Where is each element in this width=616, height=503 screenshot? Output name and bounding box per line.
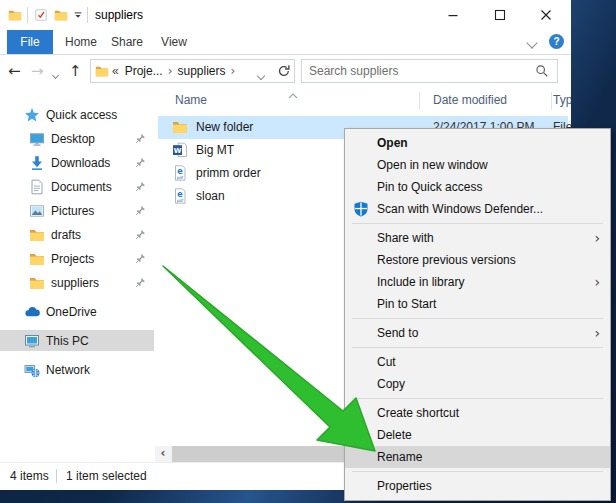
menu-item-label: Open: [377, 136, 408, 150]
maximize-button[interactable]: [486, 0, 514, 30]
defender-icon: [353, 201, 369, 217]
qat-properties-icon[interactable]: [34, 8, 48, 22]
tab-view[interactable]: View: [152, 30, 196, 54]
menu-item-copy[interactable]: Copy: [345, 373, 610, 395]
app-folder-icon: [8, 8, 22, 22]
search-icon[interactable]: [535, 64, 549, 78]
menu-item-label: Cut: [377, 355, 396, 369]
window-title: suppliers: [95, 0, 143, 30]
file-name: primm order: [196, 162, 261, 185]
column-header-date-modified[interactable]: Date modified: [433, 90, 507, 110]
back-button[interactable]: ←: [8, 62, 21, 80]
menu-item-label: Rename: [377, 450, 422, 464]
pictures-icon: [29, 203, 45, 219]
menu-item-label: Delete: [377, 428, 412, 442]
menu-item-share-with[interactable]: Share with›: [345, 227, 610, 249]
menu-item-label: Include in library: [377, 275, 464, 289]
address-bar[interactable]: « Proje... › suppliers ›: [90, 59, 295, 83]
file-name: sloan: [196, 185, 225, 208]
sidebar-item-documents[interactable]: Documents: [0, 176, 154, 197]
breadcrumb-collapsed[interactable]: «: [112, 64, 119, 78]
menu-item-label: Pin to Start: [377, 297, 436, 311]
menu-item-create-shortcut[interactable]: Create shortcut: [345, 402, 610, 424]
menu-item-delete[interactable]: Delete: [345, 424, 610, 446]
statusbar-divider: [56, 469, 57, 483]
sidebar-item-downloads[interactable]: Downloads: [0, 152, 154, 173]
sidebar-item-label: Pictures: [51, 204, 94, 218]
column-header-type[interactable]: Type: [553, 90, 571, 110]
column-header-name[interactable]: Name: [175, 90, 207, 110]
tab-home[interactable]: Home: [58, 30, 104, 54]
menu-item-label: Copy: [377, 377, 405, 391]
downloads-icon: [29, 155, 45, 171]
sidebar-item-suppliers[interactable]: suppliers: [0, 272, 154, 293]
submenu-arrow-icon: ›: [594, 322, 600, 344]
menu-separator: [352, 347, 603, 348]
menu-item-include-in-library[interactable]: Include in library›: [345, 271, 610, 293]
sidebar-item-label: Desktop: [51, 132, 95, 146]
scroll-left-icon[interactable]: ‹: [155, 446, 171, 462]
breadcrumb-segment[interactable]: suppliers: [178, 64, 226, 78]
menu-item-label: Restore previous versions: [377, 253, 516, 267]
menu-item-pin-to-quick-access[interactable]: Pin to Quick access: [345, 176, 610, 198]
desktop-background: suppliers File Home Share View ? ← → ↑ «…: [0, 0, 616, 503]
folder-icon: [172, 119, 188, 135]
sidebar-item-pictures[interactable]: Pictures: [0, 200, 154, 221]
menu-separator: [352, 223, 603, 224]
qat-new-folder-icon[interactable]: [54, 8, 68, 22]
sidebar-item-drafts[interactable]: drafts: [0, 224, 154, 245]
menu-item-rename[interactable]: Rename: [345, 446, 610, 468]
pin-icon: [135, 181, 146, 192]
help-button[interactable]: ?: [549, 34, 564, 49]
sidebar-item-desktop[interactable]: Desktop: [0, 128, 154, 149]
menu-item-label: Send to: [377, 326, 418, 340]
sidebar-item-onedrive[interactable]: OneDrive: [0, 301, 154, 322]
pdf-icon: [172, 165, 188, 181]
menu-item-open[interactable]: Open: [345, 132, 610, 154]
breadcrumb-folder-icon: [95, 64, 109, 78]
pin-icon: [135, 229, 146, 240]
sidebar-item-label: Network: [46, 363, 90, 377]
pin-icon: [135, 205, 146, 216]
sidebar-item-this-pc[interactable]: This PC: [0, 330, 154, 351]
sidebar-item-projects[interactable]: Projects: [0, 248, 154, 269]
navigation-bar: ← → ↑ « Proje... › suppliers ›: [0, 55, 571, 88]
sidebar-item-label: Downloads: [51, 156, 110, 170]
minimize-button[interactable]: [439, 0, 467, 30]
ribbon-tab-bar: File Home Share View ?: [0, 30, 571, 55]
up-button[interactable]: ↑: [69, 62, 82, 80]
expand-ribbon-icon[interactable]: [528, 36, 536, 50]
address-dropdown-icon[interactable]: [258, 68, 264, 82]
tab-file[interactable]: File: [7, 30, 53, 54]
close-button[interactable]: [532, 0, 560, 30]
sidebar-item-quick-access[interactable]: Quick access: [0, 104, 154, 125]
thispc-icon: [24, 333, 40, 349]
menu-item-scan-with-windows-defender[interactable]: Scan with Windows Defender...: [345, 198, 610, 220]
sidebar-item-network[interactable]: Network: [0, 359, 154, 380]
documents-icon: [29, 179, 45, 195]
submenu-arrow-icon: ›: [594, 227, 600, 249]
column-divider[interactable]: [419, 92, 420, 110]
breadcrumb-segment[interactable]: Proje...: [125, 64, 163, 78]
breadcrumb-chevron-icon[interactable]: ›: [168, 64, 173, 78]
breadcrumb-chevron-icon[interactable]: ›: [231, 64, 236, 78]
refresh-icon[interactable]: [276, 63, 292, 79]
column-divider[interactable]: [551, 92, 552, 110]
tab-share[interactable]: Share: [104, 30, 150, 54]
selection-count: 1 item selected: [66, 463, 147, 489]
recent-locations-icon[interactable]: [53, 67, 58, 81]
menu-item-open-in-new-window[interactable]: Open in new window: [345, 154, 610, 176]
context-menu: OpenOpen in new windowPin to Quick acces…: [344, 128, 611, 501]
menu-item-restore-previous-versions[interactable]: Restore previous versions: [345, 249, 610, 271]
menu-item-cut[interactable]: Cut: [345, 351, 610, 373]
file-name: New folder: [196, 116, 253, 139]
menu-item-send-to[interactable]: Send to›: [345, 322, 610, 344]
qat-dropdown-icon[interactable]: [72, 8, 84, 22]
search-input[interactable]: [302, 60, 534, 82]
item-count: 4 items: [10, 463, 49, 489]
menu-item-pin-to-start[interactable]: Pin to Start: [345, 293, 610, 315]
menu-separator: [352, 471, 603, 472]
sort-ascending-icon[interactable]: [288, 88, 298, 94]
titlebar-divider: [87, 7, 88, 23]
menu-item-properties[interactable]: Properties: [345, 475, 610, 497]
